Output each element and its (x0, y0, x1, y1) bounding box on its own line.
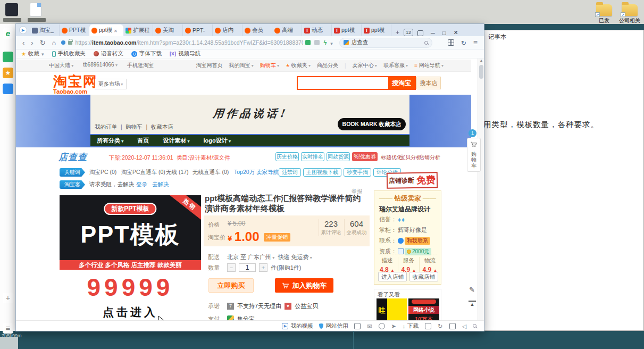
tab-close-icon[interactable] (114, 27, 118, 34)
desktop-folder-2[interactable]: ↗ 公司相关 (616, 4, 643, 24)
chevron-down-icon[interactable] (330, 38, 333, 47)
banned-words-button[interactable]: 违禁词 (279, 168, 301, 177)
contact-service-menu[interactable]: 联系客服 (383, 62, 408, 69)
desktop-icon-doc[interactable] (30, 3, 41, 16)
close-button[interactable]: ✕ (453, 29, 458, 36)
history-price-button[interactable]: 历史价格 (275, 152, 299, 161)
shipping-route-select[interactable]: 北京 至 广东广州 (227, 253, 274, 261)
tab-10[interactable]: 动态 (302, 24, 332, 36)
kw-taobao-pc-ztc[interactable]: 淘宝PC直通车 (0) (121, 169, 165, 176)
tab-4[interactable]: 扩展程 (123, 24, 153, 36)
shop-analysis-link[interactable]: 店铺分析 (419, 154, 440, 161)
refresh-icon[interactable]: ↻ (438, 323, 442, 329)
ad-thumbnail-1[interactable]: 哇 (377, 298, 407, 320)
banner-links[interactable]: 我的订单 ｜ 购物车 ｜ 收藏本店 (95, 123, 173, 131)
bookmark-favorites[interactable]: 收藏 (21, 50, 44, 57)
lightning-icon[interactable]: ϟ (323, 39, 327, 46)
bookmark-mobile[interactable]: 手机收藏夹 (52, 50, 86, 57)
login-link[interactable]: 登录 (136, 181, 147, 188)
maximize-button[interactable]: □ (442, 30, 446, 36)
nav-design-material[interactable]: 设计素材 (163, 137, 189, 145)
search-input[interactable] (298, 77, 388, 89)
menu-icon[interactable]: ≡ (3, 323, 13, 334)
contact-me-badge[interactable]: 和我联系 (405, 237, 430, 245)
tab-7[interactable]: 店内 (213, 24, 242, 36)
blue-app-icon[interactable] (3, 84, 13, 94)
plugin-icon[interactable] (305, 40, 311, 45)
speaker-icon[interactable]: ◁ (462, 323, 466, 329)
realtime-rank-button[interactable]: 实时排名 (301, 152, 324, 161)
favorite-shop-button[interactable]: 收藏店铺 (409, 272, 438, 281)
tab-6[interactable]: PPT- (183, 24, 213, 36)
bookmark-font[interactable]: 字体下载 (131, 50, 162, 57)
tab-1[interactable]: 淘宝_ (30, 24, 60, 36)
title-optimize-link[interactable]: 标题优化 (381, 154, 402, 161)
chat-icon[interactable] (3, 52, 13, 62)
kw-wireless-ztc[interactable]: 无线直通车 (0) (193, 169, 229, 176)
enter-shop-button[interactable]: 进入店铺 (378, 272, 407, 281)
zoom-search-icon[interactable] (473, 324, 476, 328)
back-button[interactable]: ‹ (22, 39, 24, 47)
deal-count[interactable]: 604 交易成功 (344, 219, 369, 236)
bookmark-voice[interactable]: 语音转文 (94, 50, 123, 57)
buy-now-button[interactable]: 立即购买 (208, 278, 254, 293)
tab-3-active[interactable]: ppt模 (89, 24, 123, 36)
region-select[interactable]: 中国大陆 (49, 62, 73, 69)
minimize-button[interactable]: ─ (431, 30, 435, 36)
page-scrollbar[interactable]: ▲ (478, 59, 484, 320)
product-image[interactable]: 热销 新款PPT模板 PPT模板 多个行业 多个风格 店主推荐 款款美丽 999… (60, 194, 201, 320)
browser-e-logo-icon[interactable]: e (3, 28, 13, 39)
account-menu[interactable]: tb689614066 (83, 62, 118, 69)
coupon-button[interactable]: %!优惠券 (352, 152, 378, 161)
ad-thumbnail-2[interactable]: 网络小说10万本 (408, 298, 439, 320)
taobao-logo[interactable]: 淘宝网 Taobao.com (53, 74, 98, 95)
kw-wireless[interactable]: 无线 (17) (166, 169, 189, 176)
cart-menu[interactable]: 购物车 (260, 62, 279, 69)
nav-home[interactable]: 首页 (137, 137, 149, 145)
tab-2[interactable]: PPT模 (60, 24, 89, 36)
mobile-preview-button[interactable]: 秒变手淘 (344, 168, 371, 177)
main-video-download-button[interactable]: 主图视频下载 (303, 168, 341, 177)
shipping-fee-select[interactable]: 快递 免运费 (278, 253, 312, 261)
my-videos-button[interactable]: 我的视频 (282, 322, 313, 330)
browser-menu-icon[interactable] (473, 38, 478, 47)
refresh-button[interactable]: ↻ (40, 39, 46, 47)
shield-icon[interactable] (354, 323, 361, 329)
search-taobao-button[interactable]: 搜淘宝 (388, 77, 415, 89)
forward-button[interactable]: › (31, 39, 33, 47)
annotate-pencil-icon[interactable] (469, 286, 475, 294)
quantity-input[interactable]: 1 (239, 263, 256, 272)
favorites-menu[interactable]: 收藏夹 (286, 62, 311, 69)
seller-nav-link[interactable]: 卖家导航 (256, 169, 279, 176)
browser-home-button[interactable]: ➤ (16, 24, 30, 36)
tab-9[interactable]: 高端 (272, 24, 302, 36)
home-button[interactable]: ⌂ (52, 39, 56, 47)
printer-icon[interactable] (425, 323, 431, 329)
scroll-up-arrow[interactable]: ▲ (478, 59, 484, 62)
item-analysis-link[interactable]: 宝贝分析 (400, 154, 421, 161)
taobao-home-link[interactable]: 淘宝网首页 (196, 62, 222, 69)
scrollbar-thumb[interactable] (479, 65, 483, 79)
review-count[interactable]: 223 累计评论 (319, 219, 343, 236)
keeper-name[interactable]: 辉哥好像是 (398, 226, 427, 234)
scroll-to-top-button[interactable]: ▲ (469, 301, 476, 306)
extension-icon[interactable] (314, 40, 320, 45)
categories-link[interactable]: 商品分类 (317, 62, 338, 69)
mobile-taobao-link[interactable]: 手机逛淘宝 (127, 62, 154, 69)
more-markets-button[interactable]: 更多市场 (95, 79, 127, 89)
bookmark-video[interactable]: 视频导航 (170, 50, 200, 57)
download-button[interactable]: ↓下载 (403, 322, 419, 330)
nav-all-categories[interactable]: 所有分类 (97, 137, 123, 145)
address-bar[interactable]: https://item.taobao.com/item.htm?spm=a23… (61, 38, 303, 48)
tab-8[interactable]: 会员 (242, 24, 272, 36)
floating-cart-tab[interactable]: 购物车 (467, 138, 481, 172)
new-tab-button[interactable]: + (396, 29, 399, 36)
nav-logo-design[interactable]: logo设计 (204, 137, 231, 145)
window-icon[interactable] (449, 323, 456, 329)
add-to-cart-button[interactable]: 加入购物车 (275, 278, 333, 293)
top20w-link[interactable]: Top20万 (234, 169, 255, 176)
toolbar-search-box[interactable]: 店查查 (339, 38, 432, 48)
star-app-icon[interactable]: ★ (3, 68, 13, 78)
resolve-link[interactable]: 去解决 (152, 181, 169, 188)
desktop-folder-1[interactable]: ↗ 已发 (593, 4, 615, 24)
